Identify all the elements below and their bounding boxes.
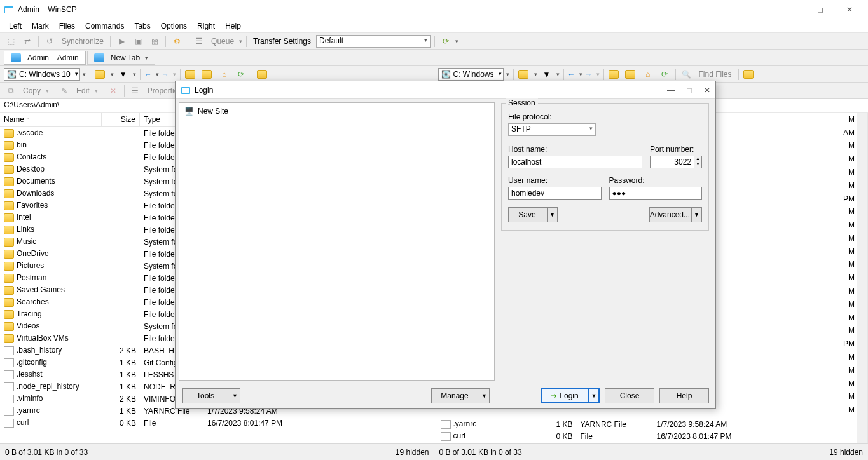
save-button[interactable]: Save▼ [508, 207, 558, 222]
login-button[interactable]: ➜ Login▼ [541, 388, 600, 403]
dlg-max-button[interactable]: ◻ [686, 86, 692, 95]
forward-icon[interactable]: → [162, 70, 170, 79]
menu-left[interactable]: Left [4, 20, 27, 32]
advanced-button[interactable]: Advanced...▼ [649, 207, 702, 222]
session-icon [11, 53, 21, 62]
refresh-icon-r[interactable]: ⟳ [658, 67, 672, 81]
password-input[interactable] [609, 187, 703, 200]
maximize-button[interactable]: ◻ [806, 0, 835, 19]
menu-mark[interactable]: Mark [27, 20, 54, 32]
power-icon[interactable]: ⟳ [439, 34, 453, 48]
login-dropdown-icon[interactable]: ▼ [588, 389, 598, 402]
root-dir-icon-r[interactable] [624, 67, 638, 81]
menu-files[interactable]: Files [54, 20, 80, 32]
dlg-close-button[interactable]: ✕ [704, 86, 710, 95]
help-button[interactable]: Help [659, 388, 709, 403]
parent-dir-icon[interactable] [184, 67, 198, 81]
root-dir-icon[interactable] [201, 67, 215, 81]
row-icon [4, 334, 14, 343]
tab-new[interactable]: New Tab ▾ [87, 51, 155, 65]
props-icon[interactable]: ☰ [128, 84, 142, 98]
time-fragment: M [843, 405, 855, 417]
sync-browse-icon[interactable]: ⇄ [20, 34, 34, 48]
drive-label-left: C: Windows 10 [19, 70, 71, 79]
manage-dropdown-icon[interactable]: ▼ [479, 389, 489, 403]
app-icon [4, 4, 14, 15]
protocol-label: File protocol: [508, 112, 702, 121]
row-icon [4, 238, 14, 247]
queue-label[interactable]: Queue [209, 37, 237, 46]
open-dir-icon-r[interactable] [518, 67, 532, 81]
open-dir-icon[interactable] [94, 67, 108, 81]
bookmark-icon-r[interactable] [743, 67, 757, 81]
filter-icon-r[interactable]: ▼ [540, 67, 554, 81]
row-icon [4, 141, 14, 150]
bookmark-icon[interactable] [256, 67, 270, 81]
row-icon [4, 419, 14, 428]
login-dialog: Login — ◻ ✕ 🖥️ New Site Session File pro… [175, 81, 716, 409]
file-list-right-tail[interactable]: .yarnrc1 KBYARNRC File1/7/2023 9:58:24 A… [437, 418, 855, 442]
copy-label[interactable]: Copy [20, 86, 43, 95]
home-icon-r[interactable]: ⌂ [641, 67, 655, 81]
menu-right[interactable]: Right [192, 20, 220, 32]
queue-icon[interactable]: ☰ [192, 34, 206, 48]
copy-icon[interactable]: ⧉ [4, 84, 18, 98]
save-dropdown-icon[interactable]: ▼ [547, 208, 557, 222]
forward-icon-r[interactable]: → [585, 70, 594, 79]
scrollbar-right[interactable] [857, 113, 867, 443]
back-icon-r[interactable]: ← [568, 70, 577, 79]
port-spin-down[interactable]: ▼ [694, 161, 701, 166]
session-compare-icon[interactable]: ⬚ [4, 34, 18, 48]
menu-options[interactable]: Options [156, 20, 192, 32]
refresh-icon[interactable]: ⟳ [234, 67, 248, 81]
site-item-new-site[interactable]: 🖥️ New Site [182, 105, 492, 117]
stop-icon[interactable]: ▧ [148, 34, 162, 48]
user-input[interactable] [508, 187, 602, 200]
synchronize-label[interactable]: Synchronize [59, 37, 106, 46]
terminal-icon[interactable]: ▶ [114, 34, 128, 48]
find-files-label[interactable]: Find Files [696, 70, 734, 79]
menu-help[interactable]: Help [220, 20, 246, 32]
site-tree[interactable]: 🖥️ New Site [179, 102, 495, 381]
menu-commands[interactable]: Commands [80, 20, 129, 32]
password-label: Password: [609, 176, 703, 185]
edit-icon[interactable]: ✎ [57, 84, 71, 98]
row-icon [4, 250, 14, 259]
parent-dir-icon-r[interactable] [608, 67, 622, 81]
close-button[interactable]: ✕ [835, 0, 864, 19]
protocol-combo[interactable]: SFTP [508, 123, 596, 136]
advanced-dropdown-icon[interactable]: ▼ [691, 208, 701, 222]
edit-label[interactable]: Edit [74, 86, 92, 95]
menu-tabs[interactable]: Tabs [129, 20, 155, 32]
transfer-settings-combo[interactable]: Default [316, 35, 431, 48]
close-dialog-button[interactable]: Close [605, 388, 654, 403]
settings-icon[interactable]: ⚙ [170, 34, 184, 48]
col-name[interactable]: Name [0, 113, 102, 126]
find-files-icon[interactable]: 🔍 [680, 67, 694, 81]
col-size[interactable]: Size [102, 113, 140, 126]
table-row[interactable]: curl0 KBFile16/7/2023 8:01:47 PM [437, 430, 855, 442]
drive-combo-right[interactable]: 💽 C: Windows [438, 68, 504, 81]
tools-button[interactable]: Tools▼ [182, 388, 240, 403]
delete-icon[interactable]: ✕ [106, 84, 120, 98]
tools-dropdown-icon[interactable]: ▼ [230, 389, 240, 403]
pause-icon[interactable]: ▣ [131, 34, 145, 48]
tab-new-label: New Tab [111, 53, 140, 62]
login-arrow-icon: ➜ [551, 391, 557, 400]
drive-combo-left[interactable]: 💽 C: Windows 10 [4, 68, 80, 81]
home-icon[interactable]: ⌂ [217, 67, 231, 81]
row-icon [4, 358, 14, 367]
manage-button[interactable]: Manage▼ [431, 388, 490, 403]
filter-icon[interactable]: ▼ [116, 67, 130, 81]
port-input[interactable] [650, 156, 694, 168]
table-row[interactable]: .yarnrc1 KBYARNRC File1/7/2023 9:58:24 A… [437, 418, 855, 430]
sync-icon[interactable]: ↺ [43, 34, 57, 48]
tab-active-session[interactable]: Admin – Admin [4, 51, 86, 65]
table-row[interactable]: curl0 KBFile16/7/2023 8:01:47 PM [0, 417, 434, 429]
row-icon [4, 153, 14, 162]
minimize-button[interactable]: — [776, 0, 806, 19]
port-spin-up[interactable]: ▲ [694, 156, 701, 161]
back-icon[interactable]: ← [144, 70, 153, 79]
dlg-min-button[interactable]: — [667, 86, 675, 95]
host-input[interactable] [508, 156, 642, 168]
